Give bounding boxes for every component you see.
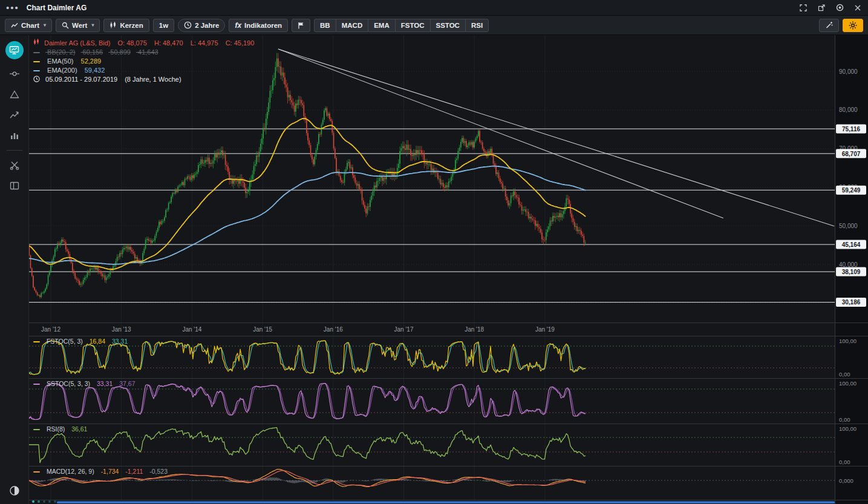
sidebar-chart-tool-active[interactable] bbox=[5, 41, 24, 59]
chart-canvas[interactable]: 90,00080,00070,00060,00050,00040,00075,1… bbox=[29, 35, 868, 504]
quick-rsi-button[interactable]: RSI bbox=[465, 19, 489, 32]
quick-sstoc-button[interactable]: SSTOC bbox=[430, 19, 466, 32]
titlebar-actions bbox=[799, 4, 862, 12]
chart-toolbar: Chart ▾ Wert ▾ Kerzen 1w 2 Jahre fx Indi… bbox=[0, 16, 868, 35]
range-button[interactable]: 2 Jahre bbox=[178, 19, 225, 32]
chart-area: 90,00080,00070,00060,00050,00040,00075,1… bbox=[29, 35, 868, 504]
triangle-icon bbox=[9, 89, 20, 100]
svg-text:Jan '19: Jan '19 bbox=[535, 326, 555, 333]
svg-text:100,00: 100,00 bbox=[839, 380, 857, 387]
quick-fstoc-button[interactable]: FSTOC bbox=[395, 19, 431, 32]
quick-macd-label: MACD bbox=[342, 22, 363, 29]
quick-fstoc-label: FSTOC bbox=[401, 22, 425, 29]
gear-icon bbox=[849, 21, 857, 30]
search-icon bbox=[62, 22, 69, 29]
wert-label: Wert bbox=[72, 22, 87, 29]
titlebar: ••• Chart Daimler AG bbox=[0, 0, 868, 16]
svg-text:90,000: 90,000 bbox=[839, 68, 858, 75]
quick-ema-label: EMA bbox=[374, 22, 390, 29]
svg-text:Jan '17: Jan '17 bbox=[394, 326, 414, 333]
svg-text:100,00: 100,00 bbox=[839, 338, 857, 344]
drawing-toolbar bbox=[0, 35, 29, 504]
svg-text:0,000: 0,000 bbox=[839, 477, 853, 484]
customize-button[interactable] bbox=[819, 19, 839, 32]
pager-dot[interactable] bbox=[38, 500, 40, 503]
sidebar-layout-tool[interactable] bbox=[8, 180, 21, 192]
sidebar-trendline-tool[interactable] bbox=[8, 109, 21, 121]
indicator-quick-group: BB MACD EMA FSTOC SSTOC RSI bbox=[314, 19, 489, 32]
flag-icon bbox=[298, 22, 304, 29]
quick-bb-label: BB bbox=[320, 22, 330, 29]
chart-menu-label: Chart bbox=[21, 22, 39, 29]
settings-button[interactable] bbox=[843, 19, 863, 32]
candles-icon bbox=[109, 22, 117, 28]
bookmark-flag-button[interactable] bbox=[292, 19, 310, 32]
pager-dot[interactable] bbox=[48, 500, 51, 503]
contrast-icon bbox=[9, 485, 20, 496]
layout-icon bbox=[9, 180, 20, 191]
popout-icon[interactable] bbox=[817, 4, 826, 12]
svg-text:0,00: 0,00 bbox=[839, 416, 850, 423]
sidebar-measure-tool[interactable] bbox=[8, 68, 21, 80]
trendline-icon bbox=[9, 110, 20, 120]
kerzen-button[interactable]: Kerzen bbox=[103, 19, 149, 32]
range-label: 2 Jahre bbox=[195, 22, 219, 29]
svg-text:59,249: 59,249 bbox=[842, 187, 861, 194]
svg-text:Jan '16: Jan '16 bbox=[324, 326, 343, 333]
indikatoren-button[interactable]: fx Indikatoren bbox=[229, 19, 288, 32]
indikatoren-label: Indikatoren bbox=[244, 22, 282, 29]
trading-app-window: ••• Chart Daimler AG Chart ▾ Wert bbox=[0, 0, 868, 504]
chevron-down-icon: ▾ bbox=[44, 22, 46, 28]
magic-wand-icon bbox=[825, 21, 833, 29]
quick-rsi-label: RSI bbox=[471, 22, 483, 29]
interval-label: 1w bbox=[159, 22, 168, 29]
svg-text:40,000: 40,000 bbox=[839, 261, 858, 268]
svg-text:38,109: 38,109 bbox=[842, 269, 861, 275]
pager-dot[interactable] bbox=[54, 500, 56, 503]
pager-dot[interactable] bbox=[32, 500, 34, 503]
sidebar-stats-tool[interactable] bbox=[8, 129, 21, 142]
chart-window-icon bbox=[9, 45, 19, 55]
line-chart-icon bbox=[11, 22, 18, 28]
svg-text:68,707: 68,707 bbox=[842, 151, 861, 157]
svg-text:Jan '15: Jan '15 bbox=[253, 326, 272, 333]
sidebar-footer bbox=[0, 485, 28, 497]
quick-ema-button[interactable]: EMA bbox=[368, 19, 396, 32]
quick-bb-button[interactable]: BB bbox=[314, 19, 336, 32]
stats-icon bbox=[9, 130, 20, 141]
svg-text:80,000: 80,000 bbox=[839, 106, 858, 113]
svg-text:75,116: 75,116 bbox=[842, 126, 860, 133]
kerzen-label: Kerzen bbox=[120, 22, 143, 29]
window-menu-icon[interactable]: ••• bbox=[6, 5, 19, 10]
window-title: Chart Daimler AG bbox=[27, 4, 87, 12]
chevron-down-icon: ▾ bbox=[91, 22, 94, 28]
interval-button[interactable]: 1w bbox=[153, 19, 174, 32]
fx-icon: fx bbox=[235, 21, 241, 30]
svg-text:Jan '18: Jan '18 bbox=[465, 326, 484, 333]
scissors-icon bbox=[9, 160, 20, 171]
chart-menu-button[interactable]: Chart ▾ bbox=[5, 19, 52, 32]
quick-sstoc-label: SSTOC bbox=[436, 22, 460, 29]
close-icon[interactable] bbox=[853, 4, 862, 12]
pager-dot[interactable] bbox=[43, 500, 45, 503]
pager-dots[interactable] bbox=[32, 500, 56, 503]
svg-text:Jan '14: Jan '14 bbox=[182, 326, 201, 333]
sidebar-triangle-tool[interactable] bbox=[8, 88, 21, 100]
svg-text:0,00: 0,00 bbox=[839, 371, 850, 378]
fullscreen-icon[interactable] bbox=[799, 4, 808, 12]
svg-text:45,164: 45,164 bbox=[842, 241, 861, 248]
quick-macd-button[interactable]: MACD bbox=[336, 19, 369, 32]
clock-icon bbox=[184, 21, 192, 29]
svg-text:30,186: 30,186 bbox=[842, 299, 861, 306]
svg-text:Jan '13: Jan '13 bbox=[112, 326, 131, 333]
sidebar-divider bbox=[7, 150, 22, 151]
svg-text:0,00: 0,00 bbox=[839, 459, 850, 465]
svg-text:100,00: 100,00 bbox=[839, 425, 857, 432]
record-icon[interactable] bbox=[835, 4, 844, 12]
app-body: 90,00080,00070,00060,00050,00040,00075,1… bbox=[0, 35, 868, 504]
contrast-toggle[interactable] bbox=[8, 485, 21, 497]
sidebar-tools-tool[interactable] bbox=[8, 159, 21, 171]
wert-search-button[interactable]: Wert ▾ bbox=[56, 19, 100, 32]
measure-icon bbox=[9, 68, 20, 79]
svg-text:Jan '12: Jan '12 bbox=[41, 326, 60, 333]
